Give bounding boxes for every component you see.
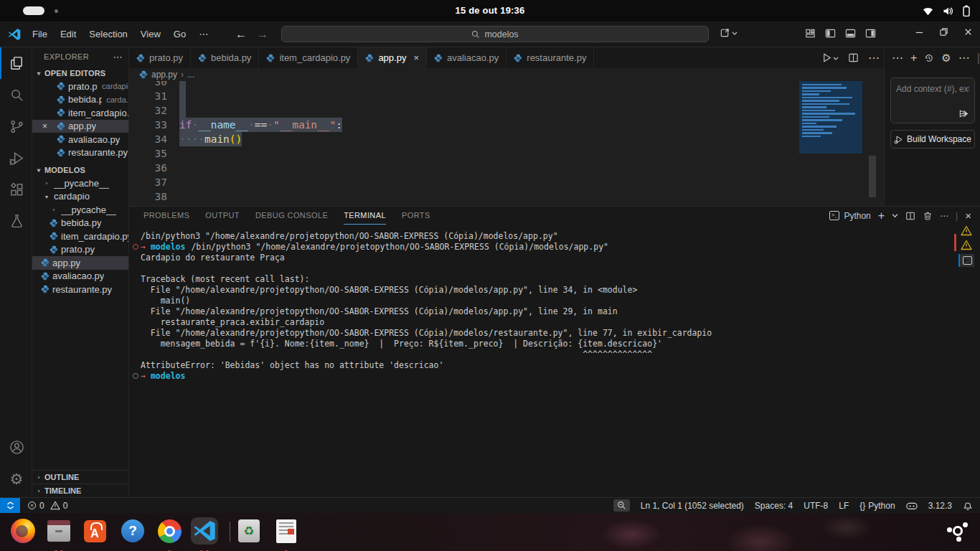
dock-trash[interactable]: ♻ — [235, 517, 263, 545]
copilot-icon[interactable] — [906, 501, 918, 511]
timeline-section[interactable]: ›TIMELINE — [32, 484, 128, 497]
panel-tab-ports[interactable]: PORTS — [402, 207, 430, 225]
zoom-indicator[interactable] — [613, 499, 630, 512]
tree-bebida[interactable]: bebida.py — [32, 217, 128, 230]
tree-restaurante[interactable]: restaurante.py — [32, 283, 128, 296]
breadcrumb[interactable]: app.py › ... — [129, 68, 884, 81]
menu-file[interactable]: File — [26, 26, 54, 42]
editor-more-actions[interactable]: ⋯ — [868, 51, 880, 65]
tab-close-icon[interactable]: × — [413, 52, 419, 63]
activity-testing-icon[interactable] — [0, 205, 32, 237]
terminal-dropdown-icon[interactable] — [892, 212, 898, 219]
open-editor-prato[interactable]: prato.py cardapio — [32, 80, 128, 93]
account-icon[interactable] — [0, 431, 32, 463]
editor-scrollbar[interactable] — [869, 156, 876, 197]
chat-history-icon[interactable] — [924, 53, 934, 63]
dock-help[interactable]: ? — [119, 517, 146, 545]
menu-go[interactable]: Go — [167, 26, 192, 42]
new-chat-icon[interactable]: + — [910, 52, 917, 65]
tab-app-active[interactable]: app.py × — [358, 47, 427, 68]
workspace-header[interactable]: ▾MODELOS — [32, 163, 128, 176]
notifications-bell-icon[interactable] — [963, 501, 973, 511]
errors-icon[interactable] — [27, 501, 37, 510]
terminal-name[interactable]: Python — [844, 211, 870, 221]
tab-bebida[interactable]: bebida.py — [191, 47, 259, 68]
minimap[interactable] — [799, 81, 862, 154]
tab-restaurante[interactable]: restaurante.py — [507, 47, 594, 68]
eol-sequence[interactable]: LF — [839, 501, 849, 511]
settings-gear-icon[interactable]: ⚙ — [0, 463, 32, 494]
python-version[interactable]: 3.12.3 — [928, 501, 952, 511]
sidebar-more-actions[interactable]: ⋯ — [113, 52, 123, 62]
split-editor-icon[interactable] — [848, 52, 859, 63]
tree-pycache-2[interactable]: ›__pycache__ — [32, 203, 128, 217]
dock-document-viewer[interactable] — [273, 517, 300, 545]
open-editor-item-cardapio[interactable]: item_cardapio.... — [32, 106, 128, 120]
split-terminal-icon[interactable] — [905, 211, 915, 221]
terminal-output[interactable]: /bin/python3 "/home/alexandre/projetopyt… — [129, 228, 954, 497]
tab-avaliacao[interactable]: avaliacao.py — [427, 47, 507, 68]
open-in-window-button[interactable] — [720, 27, 738, 38]
language-mode[interactable]: {} Python — [859, 501, 895, 511]
tree-avaliacao[interactable]: avaliacao.py — [32, 270, 128, 283]
dock-firefox[interactable] — [9, 517, 37, 545]
indentation[interactable]: Spaces: 4 — [755, 501, 793, 511]
tree-item-cardapio[interactable]: item_cardapio.py — [32, 230, 128, 243]
close-editor-icon[interactable]: × — [42, 121, 47, 131]
chat-overflow-icon[interactable]: ⋯ — [958, 51, 970, 65]
new-terminal-button[interactable]: + — [878, 209, 885, 222]
tree-cardapio-folder[interactable]: ▾cardapio — [32, 190, 128, 204]
open-editor-bebida[interactable]: bebida.py carda... — [32, 93, 128, 107]
chat-more-icon[interactable]: ⋯ — [892, 51, 903, 65]
cursor-position[interactable]: Ln 1, Col 1 (1052 selected) — [641, 501, 744, 511]
dock-vscode-active[interactable] — [191, 517, 218, 545]
panel-tab-problems[interactable]: PROBLEMS — [143, 207, 189, 225]
terminal-tab-python[interactable]: >_ — [958, 254, 974, 267]
panel-tab-terminal[interactable]: TERMINAL — [344, 207, 386, 225]
tab-item-cardapio[interactable]: item_cardapio.py — [259, 47, 358, 68]
restore-button[interactable] — [939, 27, 948, 37]
command-center-search[interactable]: modelos — [281, 26, 709, 42]
customize-layout-icon[interactable] — [805, 28, 816, 39]
dock-chrome[interactable] — [156, 517, 183, 545]
build-workspace-button[interactable]: Build Workspace — [890, 130, 975, 149]
open-editor-avaliacao[interactable]: avaliacao.py — [32, 133, 128, 146]
panel-more-actions[interactable]: ⋯ — [940, 211, 948, 221]
encoding[interactable]: UTF-8 — [804, 501, 828, 511]
open-editor-restaurante[interactable]: restaurante.py — [32, 146, 128, 160]
clock[interactable]: 15 de out 19:36 — [0, 0, 980, 22]
remote-indicator[interactable] — [0, 498, 20, 513]
tab-prato[interactable]: prato.py — [129, 47, 191, 68]
minimize-button[interactable] — [915, 27, 924, 37]
toggle-secondary-sidebar-icon[interactable] — [865, 28, 876, 39]
menu-edit[interactable]: Edit — [54, 26, 83, 42]
run-python-button[interactable] — [821, 52, 839, 63]
open-editors-header[interactable]: ▾OPEN EDITORS — [32, 66, 128, 80]
tree-app-selected[interactable]: app.py — [32, 256, 128, 270]
dock-files[interactable] — [45, 517, 72, 545]
nav-forward-button[interactable]: → — [257, 28, 268, 41]
panel-tab-debug-console[interactable]: DEBUG CONSOLE — [255, 207, 328, 225]
toggle-panel-icon[interactable] — [845, 28, 856, 39]
tree-pycache-1[interactable]: ›__pycache__ — [32, 176, 128, 190]
dock-ubuntu-software[interactable]: A — [81, 517, 108, 545]
activity-search-icon[interactable] — [0, 79, 32, 110]
chat-settings-icon[interactable]: ⚙ — [941, 52, 951, 65]
activity-extensions-icon[interactable] — [0, 174, 32, 205]
tree-prato[interactable]: prato.py — [32, 243, 128, 257]
activity-run-debug-icon[interactable] — [0, 142, 32, 174]
close-window-button[interactable] — [963, 27, 973, 37]
toggle-sidebar-icon[interactable] — [825, 28, 836, 39]
send-icon[interactable] — [958, 108, 969, 119]
activity-source-control-icon[interactable] — [0, 110, 32, 142]
nav-back-button[interactable]: ← — [235, 28, 247, 41]
menu-more[interactable]: ⋯ — [192, 26, 215, 42]
kill-terminal-icon[interactable] — [923, 211, 933, 221]
panel-tab-output[interactable]: OUTPUT — [205, 207, 240, 225]
code-editor[interactable]: 30 31 32 33if·__name__·==·"__main__": 34… — [129, 81, 884, 206]
close-panel-icon[interactable]: × — [965, 209, 971, 222]
chat-input[interactable]: Add context (#), exte — [890, 77, 975, 123]
system-tray[interactable] — [923, 0, 970, 22]
menu-view[interactable]: View — [134, 26, 167, 42]
activity-explorer-icon[interactable] — [0, 47, 32, 79]
